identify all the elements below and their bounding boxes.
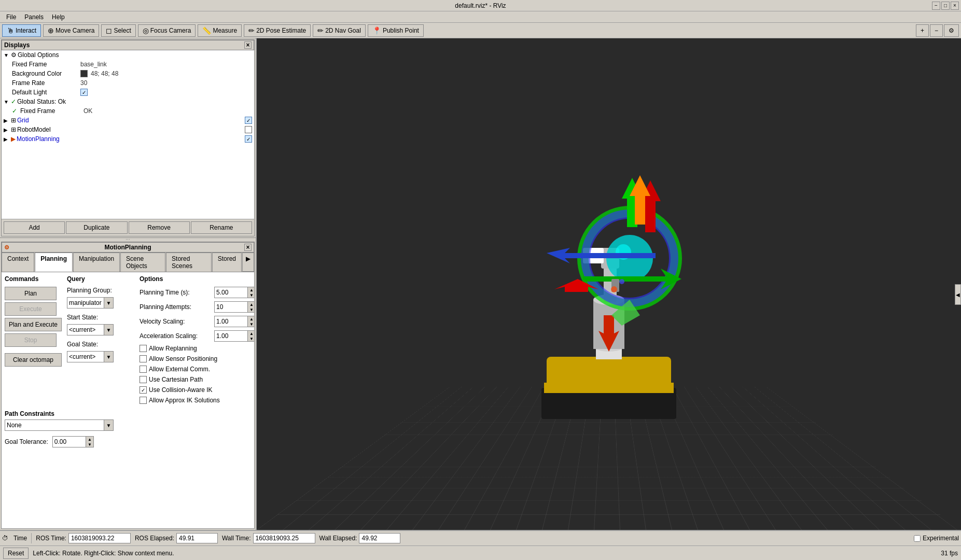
motion-panel-close-button[interactable]: × [244,244,252,251]
allow-approx-label: Allow Approx IK Solutions [149,397,220,404]
motion-planning-item[interactable]: ▶ ▶ MotionPlanning [2,134,254,144]
panel-resize-handle[interactable] [0,237,256,241]
tabs-scroll-arrow[interactable]: ▶ [242,253,254,272]
wall-elapsed-input[interactable]: 49.92 [359,533,400,543]
minimize-button[interactable]: − [932,2,940,10]
allow-external-checkbox[interactable] [140,366,147,373]
allow-approx-checkbox[interactable] [140,397,147,404]
frame-rate-item: Frame Rate 30 [10,78,254,88]
maximize-button[interactable]: □ [941,2,950,10]
accel-scaling-input[interactable]: 1.00 [214,330,248,342]
planning-attempts-label: Planning Attempts: [140,303,212,311]
motion-planning-arrow[interactable]: ▶ [4,136,10,142]
reset-button[interactable]: Reset [3,548,29,559]
tab-planning[interactable]: Planning [35,253,73,272]
menu-help[interactable]: Help [48,12,69,22]
menu-file[interactable]: File [2,12,20,22]
global-options-arrow[interactable]: ▼ [4,52,10,58]
publish-point-button[interactable]: 📍 Publish Point [368,24,424,37]
allow-sensor-checkbox[interactable] [140,355,147,362]
focus-camera-icon: ◎ [143,26,149,35]
rename-button[interactable]: Rename [191,221,252,234]
add-button[interactable]: Add [4,221,65,234]
use-cartesian-checkbox[interactable] [140,376,147,383]
start-state-arrow[interactable]: ▼ [104,325,113,335]
use-collision-checkbox[interactable] [140,386,147,394]
planning-attempts-down[interactable]: ▼ [248,307,254,312]
zoom-in-button[interactable]: + [916,24,929,37]
viewport[interactable]: ◀ [257,38,961,530]
default-light-checkbox[interactable] [80,89,88,96]
start-state-row: Start State: [67,314,134,321]
ros-elapsed-input[interactable]: 49.91 [176,533,218,543]
menu-panels[interactable]: Panels [20,12,48,22]
select-button[interactable]: ◻ Select [101,24,135,37]
global-status-item[interactable]: ▼ ✓ Global Status: Ok [2,97,254,106]
allow-replanning-checkbox[interactable] [140,345,147,352]
goal-tolerance-up[interactable]: ▲ [86,437,93,442]
planning-group-label: Planning Group: [67,287,112,294]
velocity-scaling-down[interactable]: ▼ [248,321,254,327]
grid-checkbox[interactable] [245,117,252,124]
close-button[interactable]: × [951,2,959,10]
experimental-checkbox[interactable] [914,535,921,542]
tab-stored[interactable]: Stored [212,253,242,272]
robot-model-arrow[interactable]: ▶ [4,127,10,133]
goal-state-label: Goal State: [67,341,98,348]
planning-time-down[interactable]: ▼ [248,292,254,298]
start-state-label: Start State: [67,314,98,321]
goal-state-arrow[interactable]: ▼ [104,352,113,362]
settings-button[interactable]: ⚙ [944,24,959,37]
tab-context[interactable]: Context [2,253,34,272]
planning-attempts-arrows: ▲ ▼ [248,301,254,313]
plan-execute-button[interactable]: Plan and Execute [5,318,62,331]
planning-group-dropdown[interactable]: manipulator ▼ [67,297,114,309]
clear-octomap-button[interactable]: Clear octomap [5,353,62,367]
pose-estimate-button[interactable]: ✏ 2D Pose Estimate [244,24,311,37]
query-title: Query [67,275,134,283]
goal-tolerance-input[interactable]: 0.00 [52,436,86,447]
wall-time-input[interactable]: 1603819093.25 [253,533,315,543]
path-constraints-dropdown[interactable]: None ▼ [5,419,114,431]
time-title: Time [13,535,27,542]
planning-time-input[interactable]: 5.00 [214,287,248,298]
robot-model-checkbox[interactable] [245,126,252,133]
ros-time-input[interactable]: 1603819093.22 [68,533,131,543]
grid-arrow[interactable]: ▶ [4,118,10,123]
stop-button[interactable]: Stop [5,333,57,347]
velocity-scaling-input[interactable]: 1.00 [214,316,248,327]
interact-button[interactable]: 🖱 Interact [2,24,41,37]
global-status-arrow[interactable]: ▼ [4,99,10,105]
tab-scene-objects[interactable]: Scene Objects [120,253,165,272]
viewport-collapse-button[interactable]: ◀ [955,284,961,305]
planning-attempts-input[interactable]: 10 [214,301,248,313]
zoom-out-button[interactable]: − [930,24,943,37]
planning-time-up[interactable]: ▲ [248,287,254,292]
measure-button[interactable]: 📏 Measure [198,24,242,37]
move-camera-button[interactable]: ⊕ Move Camera [43,24,99,37]
focus-camera-button[interactable]: ◎ Focus Camera [138,24,196,37]
velocity-scaling-up[interactable]: ▲ [248,316,254,321]
grid-item[interactable]: ▶ ⊞ Grid [2,116,254,125]
planning-group-arrow[interactable]: ▼ [104,298,113,308]
motion-planning-checkbox[interactable] [245,135,252,143]
bg-color-swatch[interactable] [80,70,88,77]
goal-tolerance-down[interactable]: ▼ [86,442,93,447]
goal-state-dropdown[interactable]: <current> ▼ [67,351,114,362]
nav-goal-button[interactable]: ✏ 2D Nav Goal [313,24,366,37]
accel-scaling-up[interactable]: ▲ [248,331,254,336]
start-state-dropdown[interactable]: <current> ▼ [67,324,114,335]
robot-model-item[interactable]: ▶ ⊞ RobotModel [2,125,254,134]
tab-stored-scenes[interactable]: Stored Scenes [166,253,212,272]
displays-close-button[interactable]: × [244,41,252,49]
plan-button[interactable]: Plan [5,287,57,300]
allow-external-row: Allow External Comm. [140,366,251,373]
global-options-item[interactable]: ▼ ⚙ Global Options [2,50,254,60]
path-constraints-arrow[interactable]: ▼ [104,420,113,430]
execute-button[interactable]: Execute [5,302,57,316]
planning-attempts-up[interactable]: ▲ [248,302,254,307]
remove-button[interactable]: Remove [129,221,190,234]
duplicate-button[interactable]: Duplicate [66,221,127,234]
tab-manipulation[interactable]: Manipulation [73,253,120,272]
accel-scaling-down[interactable]: ▼ [248,336,254,341]
